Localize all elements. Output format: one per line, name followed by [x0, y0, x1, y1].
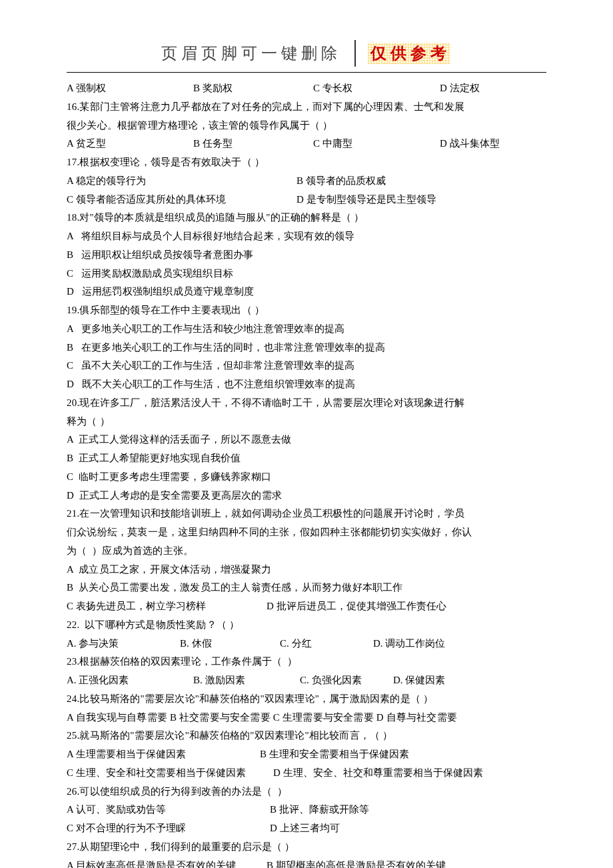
q25-row2: C 生理、安全和社交需要相当于保健因素 D 生理、安全、社交和尊重需要相当于保健…: [67, 764, 546, 783]
q25-row1: A 生理需要相当于保健因素 B 生理和安全需要相当于保健因素: [67, 745, 546, 764]
q15-opt-c: C 专长权: [313, 79, 440, 98]
header-rule: [67, 72, 546, 73]
q16-stem-2: 很少关心。根据管理方格理论，该主管的领导作风属于（ ）: [67, 117, 546, 135]
q20-opt-d: D 正式工人考虑的是安全需要及更高层次的需求: [67, 487, 546, 505]
header-text-right: 仅供参考: [369, 41, 452, 65]
q15-opt-b: B 奖励权: [193, 79, 313, 98]
q20-stem-1: 20.现在许多工厂，脏活累活没人干，不得不请临时工干，从需要层次理论对该现象进行…: [67, 394, 546, 413]
q26-row1: A 认可、奖励或劝告等 B 批评、降薪或开除等: [67, 801, 546, 819]
q22-opt-c: C. 分红: [280, 635, 373, 653]
q17-row1: A 稳定的领导行为 B 领导者的品质权威: [67, 172, 546, 191]
q22-opt-a: A. 参与决策: [67, 635, 180, 653]
q25-opt-a: A 生理需要相当于保健因素: [67, 745, 260, 764]
q20-opt-b: B 正式工人希望能更好地实现自我价值: [67, 449, 546, 468]
q18-opt-a: A 将组织目标与成员个人目标很好地结合起来，实现有效的领导: [67, 227, 546, 246]
q21-opt-b: B 从关心员工需要出发，激发员工的主人翁责任感，从而努力做好本职工作: [67, 579, 546, 597]
q27-opt-b: B 期望概率的高低是激励是否有效的关键: [267, 857, 446, 869]
q16-opt-b: B 任务型: [193, 135, 313, 153]
q19-opt-a: A 更多地关心职工的工作与生活和较少地注意管理效率的提高: [67, 320, 546, 339]
q15-opt-a: A 强制权: [67, 79, 193, 98]
q15-options: A 强制权 B 奖励权 C 专长权 D 法定权: [67, 79, 546, 98]
q16-opt-a: A 贫乏型: [67, 135, 193, 153]
q26-row2: C 对不合理的行为不予理睬 D 上述三者均可: [67, 819, 546, 838]
q23-stem: 23.根据赫茨伯格的双因素理论，工作条件属于（ ）: [67, 653, 546, 671]
q27-opt-a: A 目标效率高低是激励是否有效的关键: [67, 857, 267, 869]
q16-options: A 贫乏型 B 任务型 C 中庸型 D 战斗集体型: [67, 135, 546, 153]
q21-stem-3: 为（ ）应成为首选的主张。: [67, 542, 546, 561]
q21-stem-2: 们众说纷纭，莫衷一是，这里归纳四种不同的主张，假如四种主张都能切切实实做好，你认: [67, 523, 546, 542]
q24-options: A 自我实现与自尊需要 B 社交需要与安全需要 C 生理需要与安全需要 D 自尊…: [67, 709, 546, 727]
header: 页眉页脚可一键删除 仅供参考: [67, 40, 546, 67]
q18-stem: 18.对"领导的本质就是组织成员的追随与服从"的正确的解释是（ ）: [67, 209, 546, 227]
q21-opt-a: A 成立员工之家，开展文体活动，增强凝聚力: [67, 561, 546, 579]
q15-opt-d: D 法定权: [440, 79, 480, 98]
header-text-left: 页眉页脚可一键删除: [161, 43, 341, 64]
q17-row2: C 领导者能否适应其所处的具体环境 D 是专制型领导还是民主型领导: [67, 191, 546, 209]
q27-stem: 27.从期望理论中，我们得到的最重要的启示是（ ）: [67, 838, 546, 857]
q26-opt-a: A 认可、奖励或劝告等: [67, 801, 270, 819]
body-text: A 强制权 B 奖励权 C 专长权 D 法定权 16.某部门主管将注意力几乎都放…: [67, 79, 546, 868]
q23-options: A. 正强化因素 B. 激励因素 C. 负强化因素 D. 保健因素: [67, 671, 546, 690]
q27-row1: A 目标效率高低是激励是否有效的关键 B 期望概率的高低是激励是否有效的关键: [67, 857, 546, 869]
q21-stem-1: 21.在一次管理知识和技能培训班上，就如何调动企业员工积极性的问题展开讨论时，学…: [67, 505, 546, 523]
q22-options: A. 参与决策 B. 休假 C. 分红 D. 调动工作岗位: [67, 635, 546, 653]
q19-opt-b: B 在更多地关心职工的工作与生活的同时，也非常注意管理效率的提高: [67, 339, 546, 357]
q23-opt-a: A. 正强化因素: [67, 671, 193, 690]
q18-opt-d: D 运用惩罚权强制组织成员遵守规章制度: [67, 283, 546, 301]
q25-opt-c: C 生理、安全和社交需要相当于保健因素: [67, 764, 273, 783]
q25-opt-d: D 生理、安全、社交和尊重需要相当于保健因素: [273, 764, 483, 783]
q26-stem: 26.可以使组织成员的行为得到改善的办法是（ ）: [67, 783, 546, 801]
q16-opt-d: D 战斗集体型: [440, 135, 500, 153]
q19-opt-d: D 既不大关心职工的工作与生活，也不注意组织管理效率的提高: [67, 375, 546, 394]
q20-opt-a: A 正式工人觉得这样的活丢面子，所以不愿意去做: [67, 431, 546, 449]
q25-opt-b: B 生理和安全需要相当于保健因素: [260, 745, 409, 764]
q19-stem: 19.俱乐部型的领导在工作中主要表现出（ ）: [67, 301, 546, 320]
q25-stem: 25.就马斯洛的"需要层次论"和赫茨伯格的"双因素理论"相比较而言，（ ）: [67, 727, 546, 745]
q16-opt-c: C 中庸型: [313, 135, 440, 153]
q23-opt-b: B. 激励因素: [193, 671, 300, 690]
q17-opt-a: A 稳定的领导行为: [67, 172, 297, 191]
q21-opt-d: D 批评后进员工，促使其增强工作责任心: [267, 597, 446, 616]
header-divider: [354, 40, 356, 67]
q20-opt-c: C 临时工更多考虑生理需要，多赚钱养家糊口: [67, 468, 546, 487]
q17-opt-d: D 是专制型领导还是民主型领导: [297, 191, 436, 209]
q21-row-cd: C 表扬先进员工，树立学习榜样 D 批评后进员工，促使其增强工作责任心: [67, 597, 546, 616]
q20-stem-2: 释为（ ）: [67, 413, 546, 431]
q23-opt-c: C. 负强化因素: [300, 671, 393, 690]
q21-opt-c: C 表扬先进员工，树立学习榜样: [67, 597, 267, 616]
q17-opt-c: C 领导者能否适应其所处的具体环境: [67, 191, 297, 209]
q16-stem-1: 16.某部门主管将注意力几乎都放在了对任务的完成上，而对下属的心理因素、士气和发…: [67, 98, 546, 117]
q18-opt-c: C 运用奖励权激励成员实现组织目标: [67, 265, 546, 283]
q26-opt-d: D 上述三者均可: [270, 819, 340, 838]
q26-opt-c: C 对不合理的行为不予理睬: [67, 819, 270, 838]
q23-opt-d: D. 保健因素: [393, 671, 445, 690]
q18-opt-b: B 运用职权让组织成员按领导者意图办事: [67, 246, 546, 265]
q22-opt-b: B. 休假: [180, 635, 280, 653]
q26-opt-b: B 批评、降薪或开除等: [270, 801, 369, 819]
q17-opt-b: B 领导者的品质权威: [297, 172, 386, 191]
q17-stem: 17.根据权变理论，领导是否有效取决于（ ）: [67, 153, 546, 172]
q22-opt-d: D. 调动工作岗位: [373, 635, 445, 653]
q19-opt-c: C 虽不大关心职工的工作与生活，但却非常注意管理效率的提高: [67, 357, 546, 375]
q22-stem: 22. 以下哪种方式是物质性奖励？（ ）: [67, 616, 546, 635]
q24-stem: 24.比较马斯洛的"需要层次论"和赫茨伯格的"双因素理论"，属于激励因素的是（ …: [67, 690, 546, 709]
